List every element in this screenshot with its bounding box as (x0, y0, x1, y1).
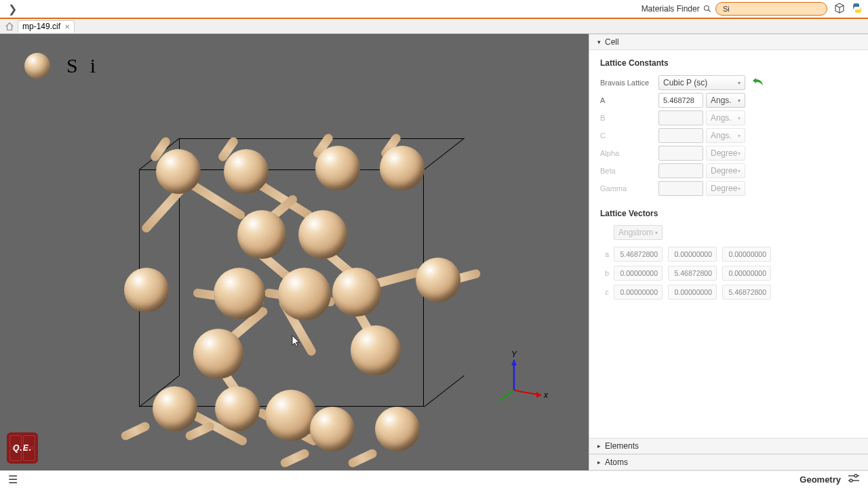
3d-viewport[interactable]: Si (0, 34, 589, 470)
alpha-row: Alpha Degree▾ (600, 145, 857, 161)
vec-a-z (722, 247, 771, 262)
mouse-cursor-icon (292, 335, 301, 349)
a-row: A Angs.▾ (600, 92, 857, 108)
search-icon (703, 5, 711, 13)
svg-marker-6 (511, 360, 517, 365)
svg-point-12 (850, 479, 852, 482)
axis-gizmo: x Y (494, 353, 548, 409)
revert-icon[interactable] (752, 77, 764, 89)
lattice-constants-label: Lattice Constants (600, 58, 857, 68)
legend-element: Si (66, 54, 108, 77)
hamburger-icon[interactable]: ☰ (8, 473, 18, 486)
settings-sliders-icon[interactable] (848, 474, 860, 485)
svg-point-10 (854, 474, 857, 477)
section-cell-header[interactable]: ▾ Cell (589, 34, 868, 50)
gamma-row: Gamma Degree▾ (600, 180, 857, 197)
legend-atom-icon (24, 53, 50, 79)
vec-c-row: c (600, 283, 857, 301)
alpha-input (658, 146, 703, 161)
vec-b-y (668, 266, 717, 281)
gamma-unit-select: Degree▾ (706, 181, 745, 196)
c-input (658, 128, 703, 143)
section-cell-body: Lattice Constants Bravais Lattice Cubic … (589, 50, 868, 438)
vec-a-row: a (600, 245, 857, 263)
svg-point-0 (705, 6, 709, 11)
file-tab[interactable]: mp-149.cif ✕ (18, 20, 75, 33)
python-icon[interactable] (852, 3, 863, 16)
geometry-label: Geometry (800, 474, 841, 485)
a-unit-select[interactable]: Angs.▾ (706, 93, 745, 108)
triangle-down-icon: ▾ (597, 39, 601, 45)
bravais-row: Bravais Lattice Cubic P (sc)▾ (600, 75, 857, 91)
b-input (658, 110, 703, 125)
a-input[interactable] (658, 93, 703, 108)
svg-text:Y: Y (511, 350, 517, 359)
c-unit-select: Angs.▾ (706, 128, 745, 143)
lattice-vectors-label: Lattice Vectors (600, 209, 857, 218)
legend: Si (24, 53, 108, 79)
home-icon[interactable] (3, 20, 16, 33)
svg-text:x: x (543, 390, 549, 400)
vec-b-row: b (600, 264, 857, 282)
beta-row: Beta Degree▾ (600, 163, 857, 179)
cube-icon[interactable] (834, 3, 845, 16)
materials-finder-label: Materials Finder (642, 4, 711, 14)
triangle-right-icon: ▸ (597, 459, 601, 466)
svg-line-8 (499, 390, 514, 401)
bravais-select[interactable]: Cubic P (sc)▾ (658, 75, 745, 90)
tab-filename: mp-149.cif (22, 22, 60, 31)
beta-input (658, 163, 703, 178)
b-row: B Angs.▾ (600, 110, 857, 126)
vec-c-y (668, 285, 717, 300)
section-elements-header[interactable]: ▸ Elements (589, 438, 868, 454)
bottom-toolbar: ☰ Geometry (0, 470, 868, 488)
triangle-right-icon: ▸ (597, 443, 601, 449)
alpha-unit-select: Degree▾ (706, 146, 745, 161)
vector-unit-select: Angstrom▾ (614, 225, 663, 240)
svg-marker-3 (536, 392, 541, 398)
tab-bar: mp-149.cif ✕ (0, 19, 868, 34)
vec-b-z (722, 266, 771, 281)
vec-c-x (614, 285, 663, 300)
gamma-input (658, 181, 703, 196)
close-tab-icon[interactable]: ✕ (64, 23, 70, 30)
c-row: C Angs.▾ (600, 127, 857, 144)
properties-panel: ▾ Cell Lattice Constants Bravais Lattice… (589, 34, 868, 470)
vec-b-x (614, 266, 663, 281)
svg-line-1 (709, 10, 711, 12)
vec-a-x (614, 247, 663, 262)
section-atoms-header[interactable]: ▸ Atoms (589, 454, 868, 470)
qe-button[interactable]: Q.E. (7, 432, 38, 464)
crystal-structure (112, 136, 492, 454)
beta-unit-select: Degree▾ (706, 163, 745, 178)
b-unit-select: Angs.▾ (706, 110, 745, 125)
search-input[interactable] (715, 2, 827, 16)
chevron-right-icon[interactable]: ❯ (5, 3, 20, 16)
vec-a-y (668, 247, 717, 262)
vec-c-z (722, 285, 771, 300)
top-toolbar: ❯ Materials Finder (0, 0, 868, 19)
